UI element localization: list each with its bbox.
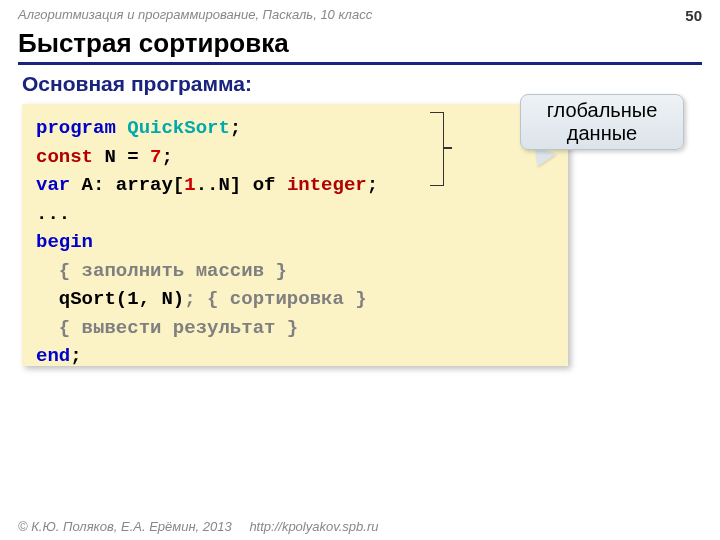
code-line-4: ...: [36, 200, 554, 229]
prog-name: QuickSort: [127, 117, 230, 139]
semi: ;: [367, 174, 378, 196]
keyword-var: var: [36, 174, 70, 196]
code-block: program QuickSort; const N = 7; var A: a…: [22, 104, 568, 366]
keyword-const: const: [36, 146, 93, 168]
num-one: 1: [184, 174, 195, 196]
keyword-end: end: [36, 345, 70, 367]
semi: ;: [230, 117, 241, 139]
code-line-1: program QuickSort;: [36, 114, 554, 143]
bracket-icon: [430, 112, 444, 186]
footer-copyright: © К.Ю. Поляков, Е.А. Ерёмин, 2013: [18, 519, 232, 534]
call-qsort: qSort(1, N): [59, 288, 184, 310]
code-line-7: qSort(1, N); { сортировка }: [36, 285, 554, 314]
slide-title: Быстрая сортировка: [18, 28, 289, 59]
footer-url: http://kpolyakov.spb.ru: [249, 519, 378, 534]
keyword-program: program: [36, 117, 116, 139]
semi: ;: [161, 146, 172, 168]
decl-rest: ..N] of: [196, 174, 287, 196]
semi: ;: [70, 345, 81, 367]
course-header: Алгоритмизация и программирование, Паска…: [18, 7, 372, 22]
semi-gray: ;: [184, 288, 195, 310]
slide-subtitle: Основная программа:: [22, 72, 252, 96]
bracket-tick-icon: [444, 147, 452, 149]
eq: =: [116, 146, 150, 168]
type-integer: integer: [287, 174, 367, 196]
code-line-3: var A: array[1..N] of integer;: [36, 171, 554, 200]
code-line-5: begin: [36, 228, 554, 257]
const-var: N: [104, 146, 115, 168]
code-line-9: end;: [36, 342, 554, 371]
footer: © К.Ю. Поляков, Е.А. Ерёмин, 2013 http:/…: [18, 519, 378, 534]
decl: A: array[: [70, 174, 184, 196]
code-line-8: { вывести результат }: [36, 314, 554, 343]
code-line-2: const N = 7;: [36, 143, 554, 172]
comment-sort: { сортировка }: [196, 288, 367, 310]
callout-global-data: глобальные данные: [520, 94, 684, 150]
comment-fill: { заполнить массив }: [59, 260, 287, 282]
comment-out: { вывести результат }: [59, 317, 298, 339]
code-line-6: { заполнить массив }: [36, 257, 554, 286]
page-number: 50: [685, 7, 702, 24]
const-val: 7: [150, 146, 161, 168]
title-underline: [18, 62, 702, 65]
